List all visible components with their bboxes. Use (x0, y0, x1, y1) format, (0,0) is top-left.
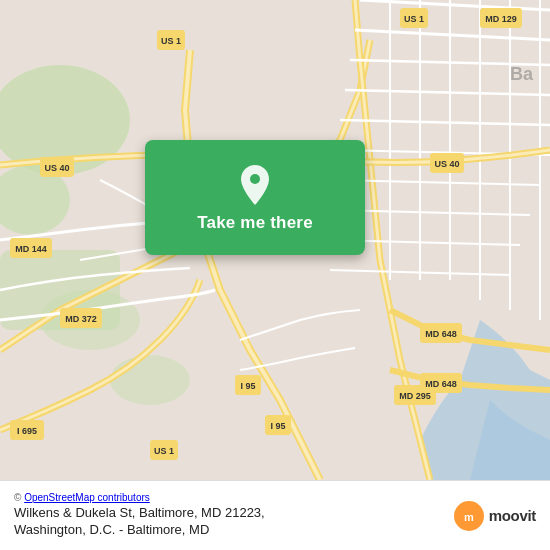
svg-text:Ba: Ba (510, 64, 534, 84)
moovit-label: moovit (489, 507, 536, 524)
svg-text:I 695: I 695 (17, 426, 37, 436)
address-block: © OpenStreetMap contributors Wilkens & D… (14, 492, 443, 539)
address-text: Wilkens & Dukela St, Baltimore, MD 21223… (14, 505, 443, 539)
osm-link[interactable]: OpenStreetMap contributors (24, 492, 150, 503)
map-pin-icon (237, 163, 273, 207)
info-bar: © OpenStreetMap contributors Wilkens & D… (0, 480, 550, 550)
svg-text:US 1: US 1 (154, 446, 174, 456)
address-line1: Wilkens & Dukela St, Baltimore, MD 21223… (14, 505, 265, 520)
svg-text:MD 648: MD 648 (425, 329, 457, 339)
svg-text:US 1: US 1 (404, 14, 424, 24)
svg-text:MD 129: MD 129 (485, 14, 517, 24)
svg-text:MD 372: MD 372 (65, 314, 97, 324)
map-container: US 1 US 40 US 40 I 95 I 95 MD 295 MD 648… (0, 0, 550, 480)
svg-text:I 95: I 95 (270, 421, 285, 431)
action-label: Take me there (197, 213, 313, 233)
svg-text:MD 648: MD 648 (425, 379, 457, 389)
action-card[interactable]: Take me there (145, 140, 365, 255)
svg-text:MD 144: MD 144 (15, 244, 47, 254)
osm-credit: © OpenStreetMap contributors (14, 492, 443, 503)
svg-text:US 40: US 40 (434, 159, 459, 169)
svg-text:I 95: I 95 (240, 381, 255, 391)
svg-point-51 (250, 174, 260, 184)
svg-text:US 1: US 1 (161, 36, 181, 46)
svg-point-5 (110, 355, 190, 405)
address-line2: Washington, D.C. - Baltimore, MD (14, 522, 209, 537)
svg-text:US 40: US 40 (44, 163, 69, 173)
copyright-symbol: © (14, 492, 21, 503)
moovit-logo: m moovit (453, 500, 536, 532)
svg-text:m: m (464, 511, 474, 523)
moovit-brand-icon: m (453, 500, 485, 532)
